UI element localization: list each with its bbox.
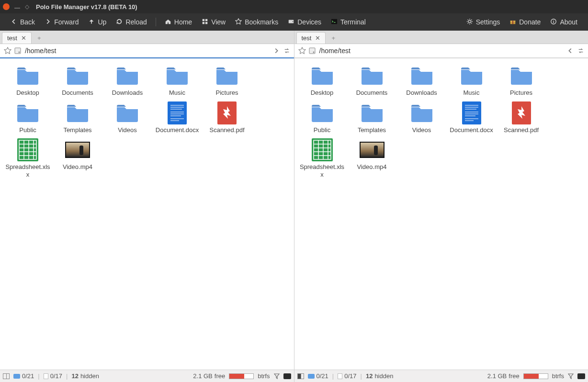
folder-item[interactable]: Templates <box>347 101 397 137</box>
file-grid[interactable]: DesktopDocumentsDownloadsMusicPicturesPu… <box>0 58 294 370</box>
svg-rect-2 <box>203 22 204 23</box>
tab-close-icon[interactable]: ✕ <box>315 34 320 42</box>
filter-icon[interactable] <box>568 373 574 379</box>
file-item[interactable]: Document.docx <box>447 101 497 137</box>
dual-pane-toggle-icon[interactable] <box>3 373 10 379</box>
swap-panes-icon[interactable] <box>577 47 584 54</box>
file-item[interactable]: Spreadsheet.xlsx <box>3 138 53 181</box>
folder-item[interactable]: Pictures <box>497 64 546 100</box>
folder-icon <box>509 65 534 86</box>
path-trailing-icons <box>273 47 290 54</box>
path-text[interactable]: /home/test <box>25 47 269 55</box>
reload-label: Reload <box>125 18 147 26</box>
terminal-icon <box>331 18 338 26</box>
item-label: Music <box>169 89 185 97</box>
devices-button[interactable]: Devices <box>284 16 325 28</box>
hidden-count: 12 <box>366 372 373 380</box>
folder-item[interactable]: Pictures <box>202 64 252 100</box>
folder-mini-icon <box>308 374 315 379</box>
folder-item[interactable]: Downloads <box>102 64 152 100</box>
folder-item[interactable]: Music <box>447 64 497 100</box>
folder-item[interactable]: Templates <box>53 101 102 137</box>
new-tab-button[interactable]: + <box>327 33 340 44</box>
svg-rect-24 <box>17 138 38 161</box>
docx-icon <box>459 102 484 124</box>
reload-button[interactable]: Reload <box>112 16 150 28</box>
folder-item[interactable]: Documents <box>347 64 397 100</box>
view-label: View <box>211 18 226 26</box>
pane-tab[interactable]: test✕ <box>2 32 32 44</box>
file-item[interactable]: Video.mp4 <box>347 138 397 181</box>
item-label: Downloads <box>406 89 437 97</box>
donate-button[interactable]: Donate <box>506 16 544 28</box>
free-label: free <box>509 372 519 380</box>
main-toolbar: Back Forward Up Reload Home View Bookmar… <box>0 13 588 31</box>
filter-icon[interactable] <box>274 373 280 379</box>
svg-rect-0 <box>203 19 204 21</box>
new-tab-button[interactable]: + <box>33 33 46 44</box>
file-item[interactable]: Video.mp4 <box>53 138 102 181</box>
back-button[interactable]: Back <box>7 16 39 28</box>
path-text[interactable]: /home/test <box>319 47 564 55</box>
up-button[interactable]: Up <box>84 16 110 28</box>
bookmark-star-icon[interactable] <box>4 47 11 55</box>
terminal-mini-icon[interactable] <box>577 373 585 379</box>
folder-icon <box>115 65 140 86</box>
disk-icon[interactable] <box>309 47 316 54</box>
folder-icon <box>409 102 434 124</box>
window-close-button[interactable] <box>3 3 10 10</box>
svg-rect-33 <box>309 48 315 54</box>
folder-item[interactable]: Public <box>297 101 347 137</box>
folder-item[interactable]: Public <box>3 101 53 137</box>
pdf-icon <box>215 102 239 124</box>
hidden-label: hidden <box>80 372 99 380</box>
file-item[interactable]: Scanned.pdf <box>202 101 252 137</box>
item-label: Downloads <box>112 89 143 97</box>
folder-mini-icon <box>13 374 20 379</box>
home-button[interactable]: Home <box>161 16 196 28</box>
file-item[interactable]: Spreadsheet.xlsx <box>297 138 347 181</box>
bookmarks-label: Bookmarks <box>245 18 278 26</box>
svg-point-13 <box>19 52 20 53</box>
file-item[interactable]: Scanned.pdf <box>497 101 546 137</box>
forward-button[interactable]: Forward <box>41 16 82 28</box>
folder-item[interactable]: Downloads <box>397 64 447 100</box>
folder-icon <box>360 102 384 124</box>
file-grid[interactable]: DesktopDocumentsDownloadsMusicPicturesPu… <box>294 58 588 370</box>
bookmarks-button[interactable]: Bookmarks <box>231 16 282 28</box>
svg-rect-14 <box>168 101 187 124</box>
swap-panes-icon[interactable] <box>283 47 290 54</box>
status-selection: 0/21 <box>13 372 34 380</box>
bookmark-star-icon[interactable] <box>298 47 306 55</box>
pane-statusbar: 0/21 | 0/17 | 12 hidden 2.1 GB free btrf… <box>294 370 588 382</box>
tab-close-icon[interactable]: ✕ <box>21 34 26 42</box>
item-label: Document.docx <box>156 126 199 134</box>
hidden-count: 12 <box>71 372 78 380</box>
dual-pane-toggle-icon[interactable] <box>297 373 304 379</box>
folder-item[interactable]: Desktop <box>3 64 53 100</box>
window-restore-button[interactable]: ◇ <box>25 3 29 10</box>
chevron-right-icon[interactable] <box>273 47 280 54</box>
pane-left: test✕+ /home/test DesktopDocumentsDownlo… <box>0 31 294 382</box>
pane-tab[interactable]: test✕ <box>296 32 326 44</box>
folder-item[interactable]: Desktop <box>297 64 347 100</box>
chevron-left-icon[interactable] <box>567 47 574 54</box>
settings-button[interactable]: Settings <box>463 16 504 28</box>
view-button[interactable]: View <box>198 16 229 28</box>
file-item[interactable]: Document.docx <box>152 101 202 137</box>
status-hidden: 12 hidden <box>71 372 99 380</box>
reload-icon <box>116 18 123 26</box>
folder-item[interactable]: Videos <box>102 101 152 137</box>
terminal-button[interactable]: Terminal <box>327 16 370 28</box>
terminal-mini-icon[interactable] <box>283 373 291 379</box>
about-button[interactable]: About <box>546 16 581 28</box>
item-label: Pictures <box>216 89 238 97</box>
folder-item[interactable]: Music <box>152 64 202 100</box>
folder-item[interactable]: Documents <box>53 64 102 100</box>
disk-icon[interactable] <box>14 47 21 54</box>
item-label: Videos <box>118 126 137 134</box>
folder-icon <box>65 102 90 124</box>
window-minimize-button[interactable] <box>14 8 20 9</box>
folder-item[interactable]: Videos <box>397 101 447 137</box>
item-label: Music <box>464 89 480 97</box>
